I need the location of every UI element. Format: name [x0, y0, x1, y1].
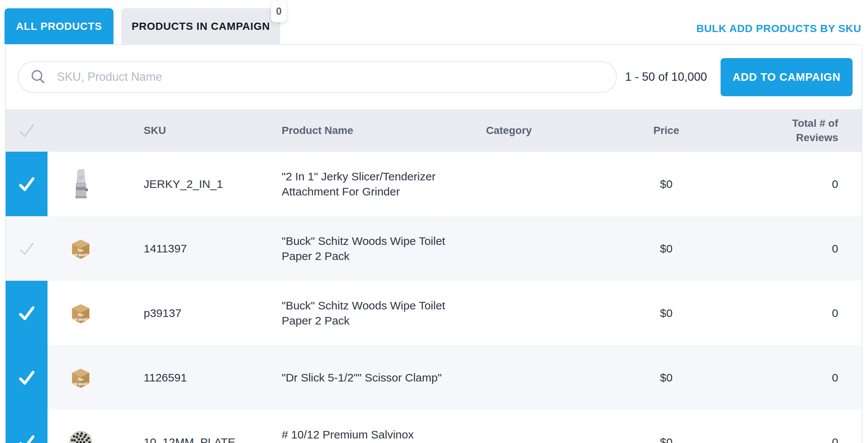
row-price: $0	[589, 281, 744, 345]
row-product-name: "Dr Slick 5-1/2"" Scissor Clamp"	[282, 345, 486, 410]
checkmark-icon	[17, 433, 36, 443]
row-price: $0	[589, 216, 744, 281]
checkmark-icon	[17, 239, 36, 258]
table-row[interactable]: 10_12MM_PLATE # 10/12 Premium Salvinox S…	[6, 410, 862, 443]
row-reviews: 0	[744, 410, 862, 443]
row-reviews: 0	[744, 281, 862, 345]
column-header-reviews: Total # of Reviews	[744, 116, 862, 145]
column-header-category: Category	[486, 125, 589, 137]
row-sku: JERKY_2_IN_1	[114, 152, 282, 216]
checkmark-icon	[17, 304, 36, 323]
row-category	[486, 152, 589, 216]
row-category	[486, 345, 589, 410]
row-price: $0	[589, 410, 744, 443]
tab-products-in-campaign-label: PRODUCTS IN CAMPAIGN	[132, 20, 270, 32]
pagination-range-label: 1 - 50 of 10,000	[625, 70, 707, 84]
toolbar: 1 - 50 of 10,000 ADD TO CAMPAIGN	[6, 45, 862, 109]
row-checkbox[interactable]	[6, 216, 48, 281]
row-checkbox[interactable]	[6, 345, 48, 410]
row-checkbox[interactable]	[6, 410, 48, 443]
product-thumbnail-cell	[48, 152, 114, 216]
svg-text:image available: image available	[68, 317, 93, 321]
row-checkbox[interactable]	[6, 152, 48, 216]
row-product-name: "2 In 1" Jerky Slicer/Tenderizer Attachm…	[282, 152, 486, 216]
row-reviews: 0	[744, 216, 862, 281]
checkmark-icon	[17, 368, 36, 387]
column-header-price: Price	[589, 125, 744, 137]
tab-all-products[interactable]: ALL PRODUCTS	[5, 8, 113, 44]
row-product-name: "Buck" Schitz Woods Wipe Toilet Paper 2 …	[282, 281, 486, 345]
row-sku: 1411397	[114, 216, 282, 281]
row-price: $0	[589, 345, 744, 410]
select-all-checkbox[interactable]	[6, 121, 48, 140]
row-product-name: # 10/12 Premium Salvinox Stainless Steel…	[282, 410, 486, 443]
row-category	[486, 410, 589, 443]
table-row[interactable]: No image available p39137 "Buck" Schitz …	[6, 281, 862, 345]
product-thumbnail: No image available	[68, 361, 93, 394]
column-header-product-name: Product Name	[282, 125, 486, 137]
product-thumbnail: No image available	[68, 297, 93, 329]
product-thumbnail	[68, 426, 93, 443]
tab-bar: ALL PRODUCTS PRODUCTS IN CAMPAIGN 0 BULK…	[0, 0, 868, 44]
product-thumbnail	[68, 168, 93, 200]
column-header-sku: SKU	[114, 125, 282, 137]
product-thumbnail-cell: No image available	[48, 281, 114, 345]
svg-text:No: No	[78, 377, 83, 381]
row-product-name: "Buck" Schitz Woods Wipe Toilet Paper 2 …	[282, 216, 486, 281]
table-header: SKU Product Name Category Price Total # …	[6, 109, 862, 152]
row-sku: 1126591	[114, 345, 282, 410]
row-category	[486, 216, 589, 281]
product-thumbnail-cell: No image available	[48, 216, 114, 281]
tab-all-products-label: ALL PRODUCTS	[16, 20, 102, 32]
tab-products-in-campaign[interactable]: PRODUCTS IN CAMPAIGN	[121, 8, 280, 44]
product-thumbnail-cell: No image available	[48, 345, 114, 410]
row-sku: p39137	[114, 281, 282, 345]
svg-text:image available: image available	[68, 252, 93, 257]
row-price: $0	[589, 152, 744, 216]
checkmark-icon	[17, 175, 36, 194]
row-category	[486, 281, 589, 345]
search-icon	[30, 69, 46, 85]
row-sku: 10_12MM_PLATE	[114, 410, 282, 443]
products-panel: 1 - 50 of 10,000 ADD TO CAMPAIGN SKU Pro…	[5, 44, 862, 443]
row-checkbox[interactable]	[6, 281, 48, 345]
bulk-add-products-link[interactable]: BULK ADD PRODUCTS BY SKU	[696, 23, 861, 35]
row-reviews: 0	[744, 345, 862, 410]
product-thumbnail: No image available	[68, 232, 93, 265]
svg-text:image available: image available	[68, 381, 93, 386]
checkmark-icon	[17, 121, 37, 140]
table-row[interactable]: No image available 1411397 "Buck" Schitz…	[6, 216, 862, 281]
table-row[interactable]: JERKY_2_IN_1 "2 In 1" Jerky Slicer/Tende…	[6, 152, 862, 216]
svg-text:No: No	[78, 312, 83, 317]
search-box[interactable]	[18, 61, 617, 93]
row-reviews: 0	[744, 152, 862, 216]
campaign-count-badge: 0	[271, 1, 287, 22]
table-body: JERKY_2_IN_1 "2 In 1" Jerky Slicer/Tende…	[6, 152, 862, 443]
search-input[interactable]	[56, 70, 605, 84]
svg-text:No: No	[78, 248, 83, 252]
table-row[interactable]: No image available 1126591 "Dr Slick 5-1…	[6, 345, 862, 410]
add-to-campaign-button[interactable]: ADD TO CAMPAIGN	[721, 58, 853, 96]
product-thumbnail-cell	[48, 410, 114, 443]
